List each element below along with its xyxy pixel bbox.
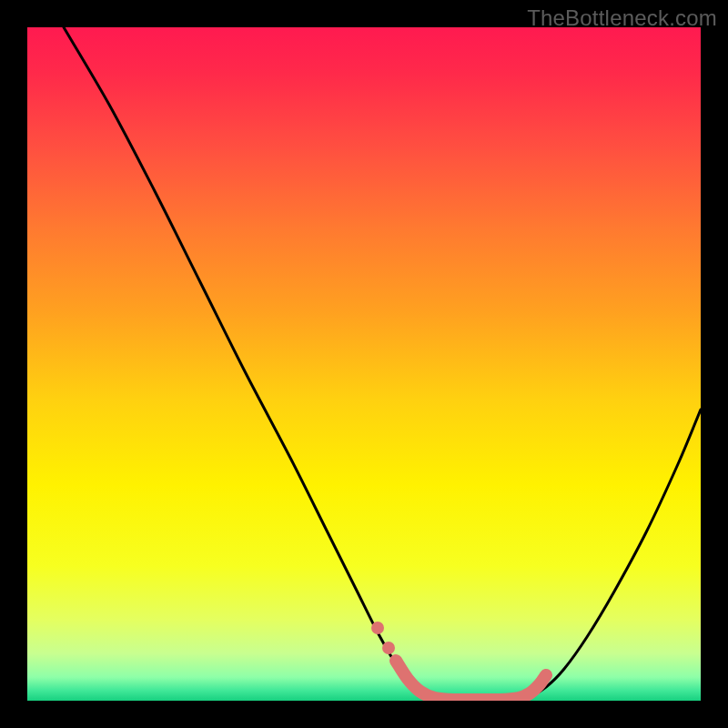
bottleneck-curve xyxy=(64,27,701,700)
highlight-dot-2 xyxy=(382,642,395,654)
chart-frame: TheBottleneck.com xyxy=(0,0,728,728)
curve-layer xyxy=(27,27,701,701)
highlight-dot-1 xyxy=(371,622,384,634)
highlight-band xyxy=(396,661,546,700)
plot-area xyxy=(27,27,701,701)
